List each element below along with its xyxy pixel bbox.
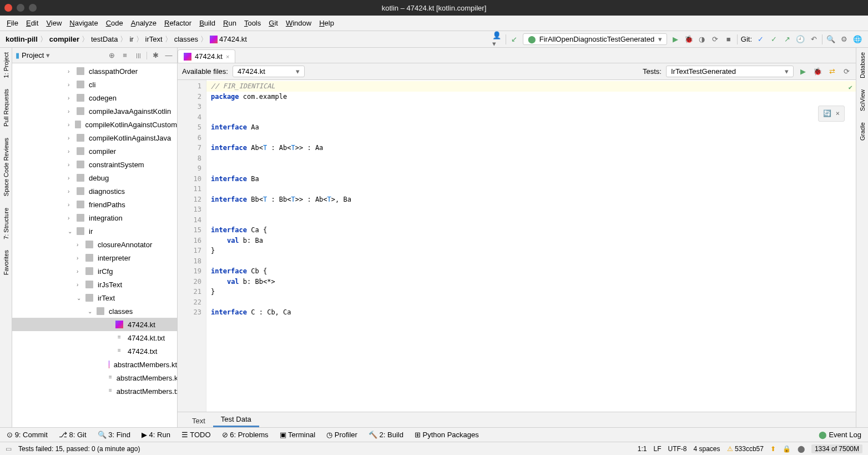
git-history-icon[interactable]: 🕘 [795,34,805,44]
tree-item[interactable]: ›closureAnnotator [12,238,177,251]
expand-all-icon[interactable]: ≡ [120,51,130,61]
tree-item[interactable]: ›compileJavaAgainstKotlin [12,104,177,118]
breadcrumb-item[interactable]: 47424.kt [210,35,247,44]
python-packages-tool[interactable]: ⊞ Python Packages [415,431,479,439]
tree-item[interactable]: ›diagnostics [12,184,177,198]
tree-item[interactable]: ⌄classes [12,304,177,318]
close-tab-icon[interactable]: × [226,53,229,60]
tree-item[interactable]: ›debug [12,171,177,184]
refresh-icon[interactable]: ⟳ [841,67,851,77]
tree-item[interactable]: ›irJsText [12,278,177,291]
project-view-selector[interactable]: ▮ Project ▾ [16,51,103,59]
menu-help[interactable]: Help [319,19,334,27]
stop-button[interactable]: ■ [724,34,734,44]
git-update-icon[interactable]: ✓ [755,34,765,44]
problems-tool[interactable]: ⊘ 6: Problems [222,431,269,439]
build-tool[interactable]: 🔨 2: Build [369,431,403,439]
warn-icon[interactable]: ⇄ [827,67,837,77]
run-button[interactable]: ▶ [670,34,680,44]
lock-icon[interactable]: 🔒 [783,445,791,453]
tree-item[interactable]: ⌄ir [12,224,177,238]
git-tool[interactable]: ⎇ 8: Git [59,431,87,439]
settings-icon[interactable]: ⚙ [839,34,849,44]
find-tool[interactable]: 🔍 3: Find [98,431,130,439]
tree-item[interactable]: ›integration [12,211,177,224]
menu-build[interactable]: Build [199,19,215,27]
menu-window[interactable]: Window [286,19,311,27]
star-icon[interactable]: Favorites [3,250,9,275]
editor-sub-tab[interactable]: Text [184,414,213,427]
tool-window-settings-icon[interactable]: ✱ [150,51,160,61]
breadcrumb-item[interactable]: ir [129,35,133,43]
tree-item[interactable]: ≡abstractMembers.kt. [12,371,177,384]
event-log-tool[interactable]: ⬤ Event Log [819,431,861,439]
tree-item[interactable]: 47424.kt [12,318,177,331]
git-rollback-icon[interactable]: ↶ [809,34,819,44]
tree-item[interactable]: ›cli [12,78,177,91]
tree-item[interactable]: ›irCfg [12,264,177,278]
menu-git[interactable]: Git [269,19,278,27]
available-files-dropdown[interactable]: 47424.kt▾ [233,66,305,77]
git-branch[interactable]: ⚠ 533ccb57 [727,445,764,453]
profiler-tool[interactable]: ◷ Profiler [326,431,357,439]
menu-run[interactable]: Run [223,19,236,27]
line-separator[interactable]: LF [654,445,662,453]
menu-tools[interactable]: Tools [244,19,261,27]
tree-item[interactable]: ›classpathOrder [12,64,177,78]
menu-file[interactable]: File [7,19,18,27]
breadcrumb-item[interactable]: compiler [49,35,79,43]
tree-item[interactable]: ›compileKotlinAgainstJava [12,131,177,144]
menu-navigate[interactable]: Navigate [69,19,98,27]
hide-tool-window-icon[interactable]: — [164,51,174,61]
coverage-button[interactable]: ◑ [697,34,707,44]
maximize-window-button[interactable] [29,4,37,12]
run-tool[interactable]: ▶ 4: Run [142,431,170,439]
run-configuration-dropdown[interactable]: ⬤ FirAllOpenDiagnosticTestGenerated ▾ [523,33,667,45]
menu-refactor[interactable]: Refactor [164,19,191,27]
sciview-icon[interactable]: SciView [859,89,866,111]
ide-avatar-icon[interactable]: 🌐 [852,34,862,44]
tree-item[interactable]: ›friendPaths [12,198,177,211]
notifications-icon[interactable]: ⬤ [798,445,805,453]
breadcrumb-item[interactable]: testData [91,35,118,43]
tests-dropdown[interactable]: IrTextTestGenerated▾ [666,66,794,77]
close-window-button[interactable] [4,4,12,12]
commit-tool[interactable]: ⊙ 9: Commit [7,431,48,439]
git-commit-icon[interactable]: ✓ [769,34,779,44]
debug-button[interactable]: 🐞 [684,34,694,44]
indent-setting[interactable]: 4 spaces [694,445,720,453]
locate-file-icon[interactable]: ⊕ [107,51,117,61]
terminal-tool[interactable]: ▣ Terminal [280,431,316,439]
code-editor[interactable]: // FIR_IDENTICALpackage com.example inte… [206,80,856,412]
tree-item[interactable]: ≡abstractMembers.tx [12,384,177,398]
tree-item[interactable]: ≡47424.kt.txt [12,331,177,344]
tree-item[interactable]: ›constraintSystem [12,158,177,171]
cursor-position[interactable]: 1:1 [638,445,647,453]
users-icon[interactable]: 👤▾ [492,34,502,44]
breadcrumb-item[interactable]: kotlin-pill [6,35,38,43]
editor-tab[interactable]: 47424.kt × [178,49,235,63]
breadcrumb-item[interactable]: classes [174,35,198,43]
run-test-button[interactable]: ▶ [798,67,808,77]
tree-item[interactable]: ›compiler [12,144,177,158]
tree-item[interactable]: ›codegen [12,91,177,104]
menu-analyze[interactable]: Analyze [131,19,157,27]
tree-item[interactable]: ›interpreter [12,251,177,264]
memory-indicator[interactable]: 1334 of 7500M [811,444,862,453]
file-encoding[interactable]: UTF-8 [668,445,687,453]
menu-edit[interactable]: Edit [26,19,38,27]
space-icon[interactable]: Space Code Reviews [3,138,9,196]
minimize-window-button[interactable] [17,4,24,12]
gradle-icon[interactable]: Gradle [859,122,866,141]
tool-windows-toggle-icon[interactable]: ▭ [6,445,12,453]
processes-icon[interactable]: ⬆ [770,445,776,453]
tree-item[interactable]: ⌄irText [12,291,177,304]
breadcrumb-item[interactable]: irText [145,35,163,43]
tree-item[interactable]: abstractMembers.kt [12,358,177,371]
database-icon[interactable]: Database [859,52,866,78]
menu-code[interactable]: Code [106,19,123,27]
debug-test-button[interactable]: 🐞 [813,67,822,77]
reader-mode-widget[interactable]: 🔄× [818,106,845,122]
git-push-icon[interactable]: ↗ [782,34,792,44]
tree-item[interactable]: ›compileKotlinAgainstCustom [12,118,177,131]
